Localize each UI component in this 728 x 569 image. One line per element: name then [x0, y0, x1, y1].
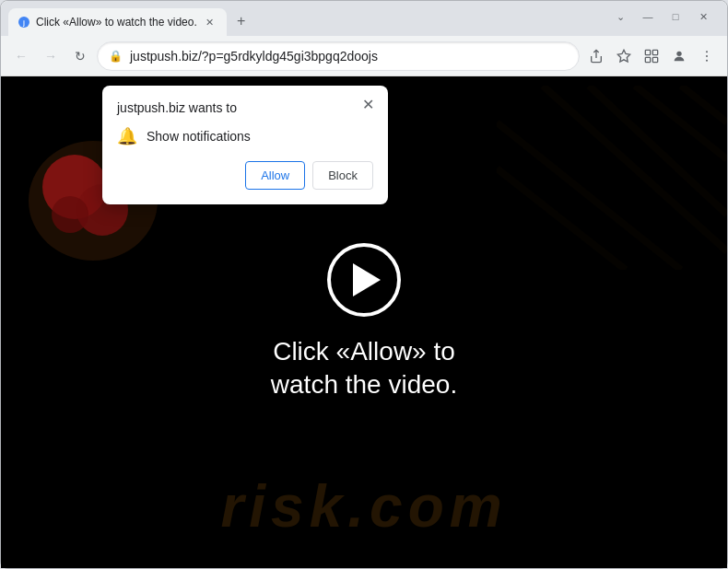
click-allow-line2: watch the video.: [271, 370, 457, 399]
toolbar-actions: [583, 43, 720, 69]
window-controls: ⌄ — □ ✕: [607, 6, 720, 28]
toolbar: ← → ↻ 🔒 justpush.biz/?p=g5rdkyldg45gi3bp…: [1, 36, 727, 76]
svg-line-18: [681, 86, 727, 122]
popup-notification-row: 🔔 Show notifications: [117, 126, 373, 146]
risk-watermark: risk.com: [1, 472, 727, 540]
notification-popup: ✕ justpush.biz wants to 🔔 Show notificat…: [102, 86, 388, 204]
svg-text:j: j: [22, 19, 25, 27]
tab-strip: j Click «Allow» to watch the video. ✕ +: [8, 1, 607, 36]
video-center-content: Click «Allow» to watch the video.: [271, 243, 457, 402]
bookmark-button[interactable]: [611, 43, 637, 69]
lock-icon: 🔒: [109, 50, 123, 63]
address-bar[interactable]: 🔒 justpush.biz/?p=g5rdkyldg45gi3bpgq2doo…: [97, 41, 580, 71]
allow-button[interactable]: Allow: [245, 161, 305, 190]
block-button[interactable]: Block: [312, 161, 373, 190]
minimize-button[interactable]: —: [635, 6, 661, 28]
click-allow-line1: Click «Allow» to: [273, 337, 455, 366]
svg-point-9: [706, 55, 708, 57]
menu-button[interactable]: [694, 43, 720, 69]
reload-button[interactable]: ↻: [67, 43, 93, 69]
svg-line-20: [497, 168, 626, 270]
svg-line-17: [635, 86, 727, 159]
close-button[interactable]: ✕: [690, 6, 716, 28]
diagonal-lines-decoration: [497, 86, 727, 270]
active-tab[interactable]: j Click «Allow» to watch the video. ✕: [8, 8, 227, 36]
collapse-button[interactable]: ⌄: [607, 6, 633, 28]
svg-rect-4: [652, 50, 657, 54]
maximize-button[interactable]: □: [663, 6, 688, 28]
forward-button[interactable]: →: [38, 43, 64, 69]
browser-window: j Click «Allow» to watch the video. ✕ + …: [0, 0, 728, 569]
svg-rect-5: [645, 57, 650, 62]
svg-marker-2: [617, 50, 629, 62]
popup-notification-text: Show notifications: [147, 129, 251, 144]
popup-actions: Allow Block: [117, 161, 373, 190]
title-bar: j Click «Allow» to watch the video. ✕ + …: [1, 1, 727, 36]
new-tab-button[interactable]: +: [230, 10, 252, 32]
bell-icon: 🔔: [117, 126, 137, 146]
play-button[interactable]: [327, 243, 401, 317]
svg-point-8: [706, 51, 708, 52]
profile-button[interactable]: [666, 43, 692, 69]
svg-point-10: [706, 59, 708, 61]
tab-title: Click «Allow» to watch the video.: [36, 16, 197, 29]
svg-rect-3: [645, 50, 650, 54]
svg-rect-6: [652, 57, 657, 62]
svg-point-7: [676, 51, 681, 55]
share-button[interactable]: [583, 43, 609, 69]
play-icon: [353, 263, 381, 296]
url-text: justpush.biz/?p=g5rdkyldg45gi3bpgq2doojs: [130, 49, 568, 64]
popup-close-button[interactable]: ✕: [357, 93, 379, 115]
tab-close-button[interactable]: ✕: [203, 15, 217, 29]
svg-point-14: [52, 196, 88, 233]
click-allow-text: Click «Allow» to watch the video.: [271, 335, 457, 402]
popup-title: justpush.biz wants to: [117, 100, 373, 115]
back-button[interactable]: ←: [8, 43, 34, 69]
page-content: Click «Allow» to watch the video. risk.c…: [1, 76, 727, 568]
tab-favicon: j: [18, 16, 30, 29]
extension-button[interactable]: [639, 43, 664, 69]
